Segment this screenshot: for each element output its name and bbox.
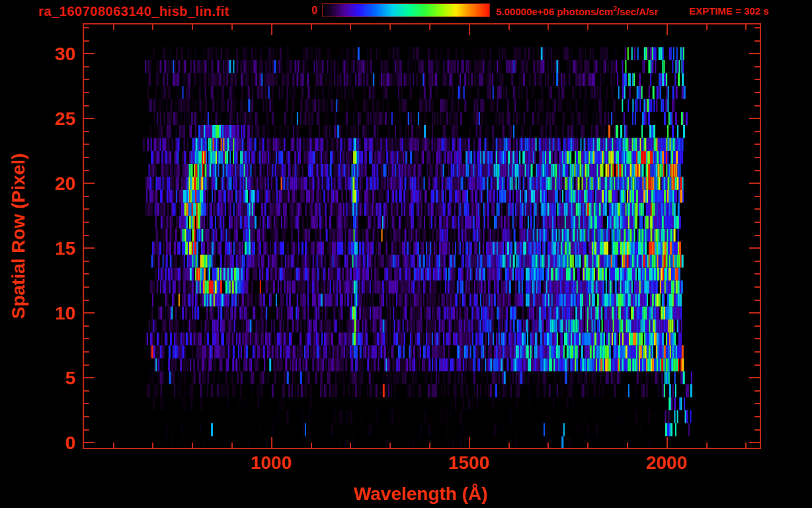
axis-tick: [84, 222, 89, 223]
axis-tick: [749, 118, 760, 119]
spectral-image: [84, 24, 760, 448]
axis-tick: [350, 24, 351, 30]
axis-tick: [754, 40, 760, 42]
x-tick-label: 1000: [231, 452, 311, 474]
axis-tick: [192, 443, 193, 448]
colorbar-min-label: 0: [298, 5, 317, 17]
axis-tick: [627, 24, 628, 30]
axis-tick: [84, 131, 89, 132]
axis-tick: [84, 40, 89, 42]
axis-tick: [754, 157, 760, 158]
axis-tick: [754, 338, 760, 339]
axis-tick: [84, 273, 89, 275]
axis-tick: [754, 325, 760, 327]
axis-tick: [548, 443, 549, 448]
y-axis-title: Spatial Row (Pixel): [8, 137, 29, 335]
axis-tick: [84, 53, 95, 54]
axis-tick: [754, 144, 760, 145]
axis-tick: [508, 443, 510, 448]
axis-tick: [350, 443, 351, 448]
axis-tick: [84, 196, 89, 197]
axis-tick: [84, 364, 89, 366]
axis-tick: [152, 24, 153, 30]
axis-tick: [84, 105, 89, 106]
axis-tick: [84, 300, 89, 301]
axis-tick: [754, 261, 760, 262]
axis-tick: [706, 443, 708, 448]
axis-tick: [754, 66, 760, 67]
axis-tick: [152, 443, 153, 448]
axis-tick: [749, 53, 760, 54]
y-tick-label: 5: [34, 368, 75, 389]
axis-tick: [84, 170, 89, 171]
axis-tick: [754, 222, 760, 223]
axis-tick: [667, 24, 668, 35]
axis-tick: [627, 443, 628, 448]
axis-tick: [754, 364, 760, 366]
axis-tick: [84, 183, 95, 184]
x-axis-title: Wavelength (Å): [83, 484, 758, 505]
colorbar-max-label: 5.00000e+06 photons/cm2/sec/A/sr: [496, 5, 658, 17]
axis-tick: [754, 196, 760, 197]
axis-tick: [271, 24, 272, 35]
axis-tick: [587, 24, 589, 30]
axis-tick: [84, 416, 89, 417]
axis-tick: [754, 105, 760, 106]
axis-tick: [749, 183, 760, 184]
axis-tick: [84, 429, 89, 431]
axis-tick: [749, 312, 760, 314]
axis-tick: [311, 443, 312, 448]
axis-tick: [706, 24, 708, 30]
axis-tick: [754, 286, 760, 288]
axis-tick: [754, 235, 760, 236]
axis-tick: [745, 443, 747, 448]
plot-frame: [83, 23, 761, 449]
axis-tick: [754, 429, 760, 431]
axis-tick: [84, 286, 89, 288]
axis-tick: [84, 247, 95, 249]
axis-tick: [84, 118, 95, 119]
axis-tick: [84, 66, 89, 67]
y-tick-label: 30: [34, 44, 75, 65]
x-tick-label: 1500: [429, 452, 508, 474]
colorbar-gradient: [322, 3, 490, 17]
axis-tick: [84, 235, 89, 236]
y-tick-label: 20: [34, 173, 75, 194]
axis-tick: [587, 443, 589, 448]
axis-tick: [749, 377, 760, 378]
axis-tick: [745, 24, 747, 30]
axis-tick: [429, 443, 430, 448]
axis-tick: [469, 24, 470, 35]
axis-tick: [192, 24, 193, 30]
axis-tick: [389, 443, 391, 448]
axis-tick: [667, 437, 668, 448]
axis-tick: [84, 79, 89, 80]
axis-tick: [84, 403, 89, 404]
y-tick-label: 0: [34, 433, 75, 454]
axis-tick: [754, 92, 760, 93]
axis-tick: [754, 416, 760, 417]
y-tick-label: 10: [34, 303, 75, 324]
axis-tick: [84, 338, 89, 339]
axis-tick: [754, 131, 760, 132]
plot-window: ra_160708063140_hisb_lin.fit 0 5.00000e+…: [0, 0, 812, 508]
axis-tick: [84, 261, 89, 262]
exptime-label: EXPTIME = 302 s: [689, 5, 768, 17]
axis-tick: [754, 300, 760, 301]
y-tick-label: 25: [34, 108, 75, 130]
axis-tick: [389, 24, 391, 30]
file-title: ra_160708063140_hisb_lin.fit: [38, 4, 229, 19]
axis-tick: [548, 24, 549, 30]
axis-tick: [84, 92, 89, 93]
axis-tick: [84, 325, 89, 327]
axis-tick: [271, 437, 272, 448]
colorbar-max-prefix: 5.00000e+06 photons/cm: [496, 6, 613, 17]
axis-tick: [749, 442, 760, 443]
axis-tick: [84, 208, 89, 210]
axis-tick: [84, 442, 95, 443]
axis-tick: [231, 443, 233, 448]
axis-tick: [754, 170, 760, 171]
axis-tick: [508, 24, 510, 30]
axis-tick: [84, 312, 95, 314]
colorbar-max-suffix: /sec/A/sr: [617, 6, 659, 17]
